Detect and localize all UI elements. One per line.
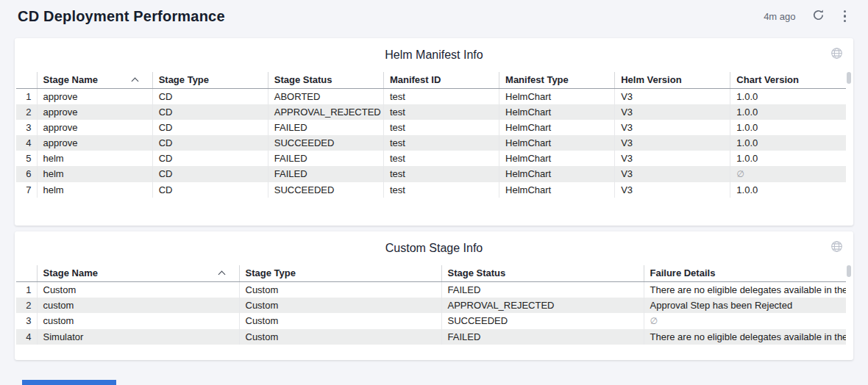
table-cell: 1.0.0: [730, 151, 846, 166]
row-number-header: [16, 265, 37, 281]
table-cell: CD: [152, 135, 268, 151]
next-panel-peek: [22, 380, 116, 385]
kebab-menu-button[interactable]: [841, 9, 850, 24]
row-number: 5: [16, 151, 37, 166]
table-cell: APPROVAL_REJECTED: [441, 298, 644, 313]
column-header[interactable]: Stage Status: [268, 72, 383, 88]
table-cell: SUCCEEDED: [441, 313, 644, 329]
custom-stage-table[interactable]: Stage NameStage TypeStage StatusFailure …: [16, 265, 846, 345]
column-header-label: Stage Name: [43, 74, 98, 85]
table-cell: HelmChart: [499, 166, 615, 182]
table-cell: helm: [37, 151, 152, 166]
column-header-label: Failure Details: [650, 267, 716, 278]
table-row[interactable]: 3customCustomSUCCEEDED∅: [16, 313, 846, 329]
table-cell: HelmChart: [499, 88, 615, 104]
table-cell: V3: [615, 151, 730, 166]
table-cell: Custom: [37, 281, 239, 298]
table-cell: APPROVAL_REJECTED: [268, 104, 383, 120]
table-scrollbar[interactable]: [847, 265, 851, 277]
row-number: 6: [16, 166, 37, 182]
row-number: 1: [16, 281, 37, 298]
row-number: 2: [16, 298, 37, 313]
column-header[interactable]: Manifest Type: [499, 72, 615, 88]
column-header[interactable]: Stage Name: [37, 72, 152, 88]
table-cell: There are no eligible delegates availabl…: [644, 329, 846, 345]
table-row[interactable]: 5helmCDFAILEDtestHelmChartV31.0.0: [16, 151, 846, 166]
globe-icon: [830, 47, 843, 60]
panel-title[interactable]: Helm Manifest Info: [385, 48, 483, 62]
table-cell: ∅: [644, 313, 846, 329]
table-row[interactable]: 4SimulatorCustomFAILEDThere are no eligi…: [16, 329, 846, 345]
table-cell: FAILED: [441, 281, 644, 298]
table-row[interactable]: 2approveCDAPPROVAL_REJECTEDtestHelmChart…: [16, 104, 846, 120]
sort-asc-icon: [131, 78, 138, 85]
table-row[interactable]: 1CustomCustomFAILEDThere are no eligible…: [16, 281, 846, 298]
table-cell: test: [383, 166, 499, 182]
table-row[interactable]: 4approveCDSUCCEEDEDtestHelmChartV31.0.0: [16, 135, 846, 151]
table-cell: CD: [152, 88, 268, 104]
row-number: 7: [16, 182, 37, 198]
panel-title[interactable]: Custom Stage Info: [385, 242, 483, 255]
column-header[interactable]: Chart Version: [730, 72, 846, 88]
table-cell: HelmChart: [499, 151, 615, 166]
table-cell: 1.0.0: [730, 182, 846, 198]
globe-icon: [830, 240, 843, 253]
null-value-glyph: ∅: [650, 316, 658, 326]
table-cell: SUCCEEDED: [268, 182, 383, 198]
column-header[interactable]: Manifest ID: [383, 72, 499, 88]
row-number: 3: [16, 120, 37, 135]
column-header-label: Chart Version: [736, 74, 799, 85]
table-cell: HelmChart: [499, 135, 615, 151]
column-header[interactable]: Stage Name: [37, 265, 239, 281]
table-cell: V3: [615, 166, 730, 182]
table-cell: test: [383, 104, 499, 120]
row-number: 4: [16, 135, 37, 151]
sort-asc-icon: [218, 271, 225, 278]
column-header[interactable]: Failure Details: [644, 265, 846, 281]
column-header[interactable]: Stage Status: [441, 265, 644, 281]
column-header-label: Manifest ID: [390, 74, 441, 85]
table-cell: test: [383, 182, 499, 198]
table-cell: HelmChart: [499, 120, 615, 135]
column-header-label: Helm Version: [621, 74, 681, 85]
table-row[interactable]: 1approveCDABORTEDtestHelmChartV31.0.0: [16, 88, 846, 104]
row-number: 2: [16, 104, 37, 120]
table-cell: CD: [152, 151, 268, 166]
table-cell: Custom: [239, 313, 441, 329]
table-cell: FAILED: [268, 166, 383, 182]
table-cell: Custom: [239, 329, 441, 345]
table-cell: Custom: [239, 281, 441, 298]
panel-custom-stage-info: Custom Stage Info Stage NameStage TypeSt…: [15, 231, 853, 360]
column-header-label: Stage Type: [159, 74, 209, 85]
column-header[interactable]: Helm Version: [615, 72, 730, 88]
table-cell: test: [383, 151, 499, 166]
row-number: 3: [16, 313, 37, 329]
table-cell: There are no eligible delegates availabl…: [644, 281, 846, 298]
table-row[interactable]: 3approveCDFAILEDtestHelmChartV31.0.0: [16, 120, 846, 135]
table-row[interactable]: 2customCustomAPPROVAL_REJECTEDApproval S…: [16, 298, 846, 313]
table-cell: test: [383, 88, 499, 104]
column-header-label: Manifest Type: [505, 74, 569, 85]
table-cell: ABORTED: [268, 88, 383, 104]
table-cell: FAILED: [268, 151, 383, 166]
column-header-label: Stage Type: [246, 267, 296, 278]
helm-manifest-table[interactable]: Stage NameStage TypeStage StatusManifest…: [16, 72, 846, 198]
table-cell: Simulator: [37, 329, 239, 345]
column-header[interactable]: Stage Type: [152, 72, 268, 88]
header-actions: 4m ago: [764, 9, 849, 24]
table-cell: FAILED: [441, 329, 644, 345]
table-cell: V3: [615, 104, 730, 120]
row-number: 4: [16, 329, 37, 345]
table-cell: CD: [152, 120, 268, 135]
refresh-button[interactable]: [812, 9, 825, 24]
column-header[interactable]: Stage Type: [239, 265, 441, 281]
table-cell: 1.0.0: [730, 104, 846, 120]
table-row[interactable]: 6helmCDFAILEDtestHelmChartV3∅: [16, 166, 846, 182]
table-cell: approve: [37, 120, 152, 135]
table-scrollbar[interactable]: [847, 72, 851, 84]
column-header-label: Stage Status: [448, 267, 506, 278]
panel-helm-manifest-info: Helm Manifest Info Stage NameStage TypeS…: [15, 38, 853, 226]
table-row[interactable]: 7helmCDSUCCEEDEDtestHelmChartV31.0.0: [16, 182, 846, 198]
table-cell: CD: [152, 182, 268, 198]
table-cell: test: [383, 120, 499, 135]
